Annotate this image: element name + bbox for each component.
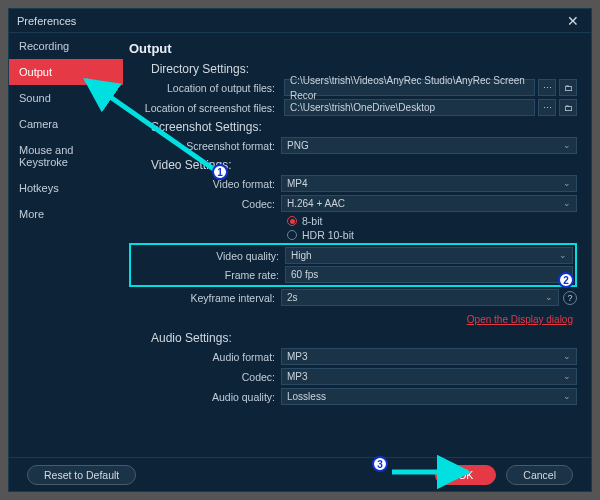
cancel-button[interactable]: Cancel [506,465,573,485]
chevron-down-icon: ⌄ [563,138,571,153]
browse-output-button[interactable]: ⋯ [538,79,556,96]
keyframe-select[interactable]: 2s⌄ [281,289,559,306]
reset-to-default-button[interactable]: Reset to Default [27,465,136,485]
open-output-folder-button[interactable]: 🗀 [559,79,577,96]
main-panel: Output Directory Settings: Location of o… [123,33,591,457]
screenshot-format-label: Screenshot format: [129,140,281,152]
chevron-down-icon: ⌄ [563,389,571,404]
folder-icon: 🗀 [564,103,573,113]
video-quality-select[interactable]: High⌄ [285,247,573,264]
page-title: Output [129,41,577,56]
sidebar-item-output[interactable]: Output [9,59,123,85]
audio-format-label: Audio format: [129,351,281,363]
sidebar-item-mouse-keystroke[interactable]: Mouse and Keystroke [9,137,123,175]
frame-rate-label: Frame rate: [133,269,285,281]
screenshot-path-label: Location of screenshot files: [129,102,281,114]
audio-format-select[interactable]: MP3⌄ [281,348,577,365]
radio-icon [287,216,297,226]
video-codec-select[interactable]: H.264 + AAC⌄ [281,195,577,212]
audio-codec-label: Codec: [129,371,281,383]
keyframe-label: Keyframe interval: [129,292,281,304]
section-video: Video Settings: [151,158,577,172]
video-format-select[interactable]: MP4⌄ [281,175,577,192]
chevron-down-icon: ⌄ [559,267,567,282]
radio-8bit[interactable]: 8-bit [129,215,577,227]
frame-rate-select[interactable]: 60 fps⌄ [285,266,573,283]
browse-screenshot-button[interactable]: ⋯ [538,99,556,116]
chevron-down-icon: ⌄ [563,369,571,384]
titlebar: Preferences ✕ [9,9,591,33]
window-title: Preferences [17,15,76,27]
chevron-down-icon: ⌄ [563,196,571,211]
video-codec-label: Codec: [129,198,281,210]
video-quality-label: Video quality: [133,250,285,262]
sidebar-item-sound[interactable]: Sound [9,85,123,111]
video-format-label: Video format: [129,178,281,190]
chevron-down-icon: ⌄ [559,248,567,263]
section-screenshot: Screenshot Settings: [151,120,577,134]
close-icon[interactable]: ✕ [563,13,583,29]
footer: Reset to Default OK Cancel [9,457,591,491]
folder-icon: 🗀 [564,83,573,93]
audio-codec-select[interactable]: MP3⌄ [281,368,577,385]
ok-button[interactable]: OK [435,465,496,485]
screenshot-format-select[interactable]: PNG⌄ [281,137,577,154]
output-path-label: Location of output files: [129,82,281,94]
radio-icon [287,230,297,240]
open-display-dialog-link[interactable]: Open the Display dialog [467,314,573,325]
section-audio: Audio Settings: [151,331,577,345]
chevron-down-icon: ⌄ [563,176,571,191]
sidebar-item-hotkeys[interactable]: Hotkeys [9,175,123,201]
sidebar: Recording Output Sound Camera Mouse and … [9,33,123,457]
audio-quality-label: Audio quality: [129,391,281,403]
radio-hdr10bit[interactable]: HDR 10-bit [129,229,577,241]
output-path-field[interactable]: C:\Users\trish\Videos\AnyRec Studio\AnyR… [284,79,535,96]
sidebar-item-more[interactable]: More [9,201,123,227]
help-icon[interactable]: ? [563,291,577,305]
chevron-down-icon: ⌄ [545,290,553,305]
open-screenshot-folder-button[interactable]: 🗀 [559,99,577,116]
chevron-down-icon: ⌄ [563,349,571,364]
audio-quality-select[interactable]: Lossless⌄ [281,388,577,405]
screenshot-path-field[interactable]: C:\Users\trish\OneDrive\Desktop [284,99,535,116]
highlight-box: Video quality: High⌄ Frame rate: 60 fps⌄ [129,243,577,287]
preferences-window: Preferences ✕ Recording Output Sound Cam… [8,8,592,492]
sidebar-item-recording[interactable]: Recording [9,33,123,59]
sidebar-item-camera[interactable]: Camera [9,111,123,137]
